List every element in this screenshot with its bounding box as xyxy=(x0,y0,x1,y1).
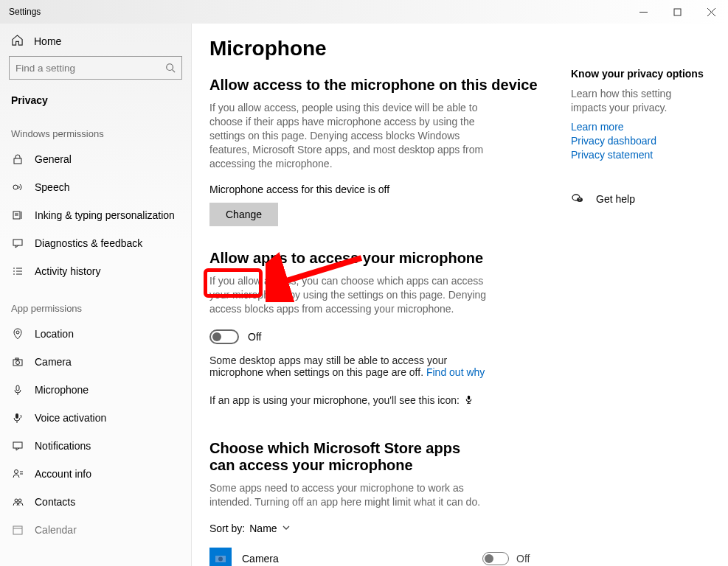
camera-app-icon xyxy=(209,548,232,566)
speech-icon xyxy=(11,181,24,194)
svg-line-5 xyxy=(173,70,176,73)
allow-apps-toggle[interactable] xyxy=(209,329,239,344)
svg-rect-24 xyxy=(15,413,18,419)
app-name: Camera xyxy=(242,553,472,565)
maximize-button[interactable] xyxy=(660,0,694,24)
chevron-down-icon xyxy=(282,523,291,534)
section-choose-apps-desc: Some apps need to access your microphone… xyxy=(209,481,490,509)
aside: Know your privacy options Learn how this… xyxy=(549,37,706,566)
find-out-why-link[interactable]: Find out why xyxy=(426,366,485,378)
notifications-icon xyxy=(11,439,24,453)
app-row-camera: Camera Off xyxy=(209,543,549,566)
svg-rect-23 xyxy=(16,385,19,391)
sidebar-item-general[interactable]: General xyxy=(0,145,191,173)
sidebar-item-camera[interactable]: Camera xyxy=(0,348,191,376)
svg-point-30 xyxy=(18,499,21,502)
voice-activation-icon xyxy=(11,411,24,424)
desktop-apps-hint: Some desktop apps may still be able to a… xyxy=(209,354,490,378)
sidebar-item-label: Diagnostics & feedback xyxy=(35,237,142,249)
aside-desc: Learn how this setting impacts your priv… xyxy=(571,87,706,115)
svg-point-7 xyxy=(13,185,18,189)
get-help-label: Get help xyxy=(596,193,635,205)
svg-rect-33 xyxy=(468,396,470,400)
sidebar-item-label: Account info xyxy=(35,468,91,480)
sidebar-item-microphone[interactable]: Microphone xyxy=(0,376,191,404)
svg-point-19 xyxy=(16,331,19,334)
svg-rect-31 xyxy=(13,526,22,534)
activity-icon xyxy=(11,265,24,278)
sidebar-item-label: Microphone xyxy=(35,384,89,396)
sidebar: Home Privacy Windows permissions General… xyxy=(0,24,192,566)
link-learn-more[interactable]: Learn more xyxy=(571,121,706,133)
account-icon xyxy=(11,467,24,481)
svg-rect-6 xyxy=(14,158,21,164)
link-privacy-statement[interactable]: Privacy statement xyxy=(571,149,706,161)
calendar-icon xyxy=(11,523,24,537)
section-allow-apps-head: Allow apps to access your microphone xyxy=(209,250,549,267)
aside-head: Know your privacy options xyxy=(571,68,706,80)
sidebar-item-label: Notifications xyxy=(35,440,91,452)
home-nav[interactable]: Home xyxy=(0,27,191,56)
app-list: Camera Off Cortana Off xyxy=(209,543,549,566)
group-app-permissions: App permissions xyxy=(0,285,191,320)
sidebar-item-inking[interactable]: Inking & typing personalization xyxy=(0,201,191,229)
page-title: Microphone xyxy=(209,37,549,60)
mic-in-use-hint: If an app is using your microphone, you'… xyxy=(209,394,490,406)
sidebar-item-label: Contacts xyxy=(35,496,75,508)
change-button[interactable]: Change xyxy=(209,203,278,226)
sidebar-item-label: Location xyxy=(35,328,74,340)
sidebar-item-label: General xyxy=(35,153,72,165)
sidebar-item-label: Inking & typing personalization xyxy=(35,209,175,221)
svg-text:?: ? xyxy=(579,198,581,202)
sidebar-item-activity[interactable]: Activity history xyxy=(0,257,191,285)
close-button[interactable] xyxy=(694,0,728,24)
svg-point-29 xyxy=(15,499,18,502)
sidebar-item-label: Camera xyxy=(35,356,72,368)
sort-by-control[interactable]: Sort by: Name xyxy=(209,523,549,534)
app-toggle-camera[interactable] xyxy=(482,552,509,565)
sidebar-item-label: Speech xyxy=(35,181,69,193)
section-allow-device-desc: If you allow access, people using this d… xyxy=(209,101,490,170)
svg-point-4 xyxy=(167,64,173,71)
window-controls xyxy=(626,0,728,24)
svg-rect-25 xyxy=(13,442,22,448)
sidebar-item-location[interactable]: Location xyxy=(0,320,191,348)
sidebar-item-label: Voice activation xyxy=(35,412,106,424)
sidebar-item-label: Calendar xyxy=(35,524,77,536)
section-choose-apps-head: Choose which Microsoft Store apps can ac… xyxy=(209,440,490,474)
sidebar-item-notifications[interactable]: Notifications xyxy=(0,432,191,460)
sidebar-item-calendar[interactable]: Calendar xyxy=(0,516,191,544)
svg-rect-12 xyxy=(13,240,22,245)
minimize-button[interactable] xyxy=(626,0,660,24)
allow-apps-toggle-state: Off xyxy=(248,331,261,343)
svg-rect-1 xyxy=(674,9,681,15)
search-icon xyxy=(159,63,181,73)
content-area: Microphone Allow access to the microphon… xyxy=(192,24,728,566)
sidebar-item-diagnostics[interactable]: Diagnostics & feedback xyxy=(0,229,191,257)
section-allow-device-head: Allow access to the microphone on this d… xyxy=(209,77,549,94)
sort-by-value: Name xyxy=(249,523,277,534)
get-help-link[interactable]: ? Get help xyxy=(571,192,706,207)
contacts-icon xyxy=(11,495,24,509)
home-icon xyxy=(11,34,24,49)
inking-icon xyxy=(11,209,24,222)
camera-icon xyxy=(11,355,24,368)
title-bar: Settings xyxy=(0,0,728,24)
search-box[interactable] xyxy=(9,56,182,80)
sidebar-item-label: Activity history xyxy=(35,265,100,277)
sidebar-section-title: Privacy xyxy=(0,87,191,111)
svg-point-21 xyxy=(16,361,20,365)
sidebar-item-account-info[interactable]: Account info xyxy=(0,460,191,488)
sidebar-item-contacts[interactable]: Contacts xyxy=(0,488,191,516)
sidebar-item-speech[interactable]: Speech xyxy=(0,173,191,201)
search-input[interactable] xyxy=(10,63,159,74)
get-help-icon: ? xyxy=(571,192,584,207)
lock-icon xyxy=(11,153,24,166)
location-icon xyxy=(11,327,24,340)
app-toggle-state: Off xyxy=(516,553,530,565)
sidebar-item-voice-activation[interactable]: Voice activation xyxy=(0,404,191,432)
section-allow-apps-desc: If you allow access, you can choose whic… xyxy=(209,274,490,316)
feedback-icon xyxy=(11,237,24,250)
microphone-icon xyxy=(11,383,24,396)
link-privacy-dashboard[interactable]: Privacy dashboard xyxy=(571,135,706,147)
